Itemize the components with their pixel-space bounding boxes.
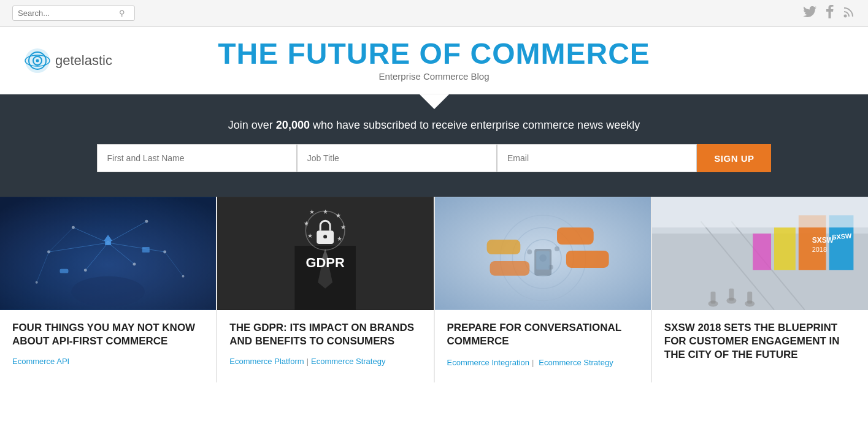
svg-rect-65	[774, 227, 796, 270]
tag-divider-3: |	[532, 358, 534, 367]
svg-rect-28	[142, 247, 150, 252]
site-title: THE FUTURE OF COMMERCE	[218, 39, 650, 69]
title-input[interactable]	[297, 144, 497, 172]
card-body-3: PREPARE FOR CONVERSATIONAL COMMERCE Ecom…	[435, 310, 651, 380]
card-tag-integration[interactable]: Ecommerce Integration	[447, 358, 529, 367]
card-tag-strategy-2[interactable]: Ecommerce Strategy	[311, 357, 385, 366]
logo-text: getelastic	[55, 53, 112, 69]
subscribe-text: Join over 20,000 who have subscribed to …	[25, 119, 843, 132]
svg-point-51	[527, 249, 532, 254]
card-conversational: PREPARE FOR CONVERSATIONAL COMMERCE Ecom…	[435, 197, 651, 382]
card-title-1: FOUR THINGS YOU MAY NOT KNOW ABOUT API-F…	[12, 321, 204, 348]
svg-text:★: ★	[309, 208, 315, 215]
card-body-1: FOUR THINGS YOU MAY NOT KNOW ABOUT API-F…	[0, 310, 216, 378]
card-image-1	[0, 197, 216, 310]
svg-rect-54	[566, 251, 609, 268]
card-gdpr: GDPR ★ ★ ★ ★ ★ ★ ★ THE GDPR: ITS IMPACT …	[217, 197, 433, 382]
svg-text:SXSW: SXSW	[812, 236, 834, 245]
tag-divider-2: |	[307, 357, 309, 366]
card-title-3: PREPARE FOR CONVERSATIONAL COMMERCE	[447, 321, 639, 348]
svg-rect-58	[536, 251, 550, 270]
svg-rect-76	[747, 292, 752, 304]
card-image-4: SXSW 2018 SXSW	[652, 197, 868, 310]
card-tags-2: Ecommerce Platform | Ecommerce Strategy	[229, 357, 421, 366]
social-icons	[803, 5, 856, 21]
svg-rect-66	[753, 233, 771, 270]
svg-point-0	[844, 15, 847, 18]
svg-point-4	[36, 59, 39, 62]
svg-point-36	[323, 235, 327, 238]
svg-rect-75	[729, 289, 734, 301]
card-body-4: SXSW 2018 SETS THE BLUEPRINT FOR CUSTOME…	[652, 310, 868, 382]
svg-rect-74	[710, 292, 715, 304]
card-tag-api[interactable]: Ecommerce API	[12, 357, 69, 366]
facebook-icon[interactable]	[826, 5, 834, 21]
card-tag-platform[interactable]: Ecommerce Platform	[229, 357, 304, 366]
svg-rect-70	[652, 197, 868, 227]
top-bar: ⚲	[0, 0, 868, 27]
svg-text:★: ★	[337, 235, 342, 242]
cards-section: FOUR THINGS YOU MAY NOT KNOW ABOUT API-F…	[0, 197, 868, 382]
rss-icon[interactable]	[843, 6, 856, 21]
card-tags-1: Ecommerce API	[12, 357, 204, 366]
svg-point-9	[145, 220, 148, 223]
svg-point-14	[36, 281, 38, 284]
subscribe-form: SIGN UP	[97, 144, 772, 172]
site-subtitle: Enterprise Commerce Blog	[218, 71, 650, 82]
logo-icon	[25, 48, 50, 74]
card-body-2: THE GDPR: ITS IMPACT ON BRANDS AND BENEF…	[217, 310, 433, 378]
card-tag-strategy-3[interactable]: Ecommerce Strategy	[539, 358, 613, 367]
card-title-2: THE GDPR: ITS IMPACT ON BRANDS AND BENEF…	[229, 321, 421, 348]
logo[interactable]: getelastic	[25, 48, 112, 74]
subscribe-section: Join over 20,000 who have subscribed to …	[0, 94, 868, 197]
svg-rect-55	[486, 240, 520, 254]
site-header: getelastic THE FUTURE OF COMMERCE Enterp…	[0, 27, 868, 94]
svg-rect-26	[105, 241, 111, 245]
search-input[interactable]	[18, 9, 119, 18]
svg-text:GDPR: GDPR	[306, 255, 345, 270]
card-image-3	[435, 197, 651, 310]
svg-point-50	[555, 246, 559, 251]
header-center: THE FUTURE OF COMMERCE Enterprise Commer…	[218, 39, 650, 82]
svg-rect-53	[557, 227, 594, 245]
signup-button[interactable]: SIGN UP	[697, 144, 771, 172]
card-api: FOUR THINGS YOU MAY NOT KNOW ABOUT API-F…	[0, 197, 216, 382]
svg-rect-27	[60, 269, 69, 273]
card-image-2: GDPR ★ ★ ★ ★ ★ ★ ★	[217, 197, 433, 310]
email-input[interactable]	[497, 144, 697, 172]
search-box[interactable]: ⚲	[12, 6, 135, 21]
svg-rect-56	[490, 261, 529, 276]
svg-text:★: ★	[323, 208, 328, 215]
card-title-4: SXSW 2018 SETS THE BLUEPRINT FOR CUSTOME…	[664, 321, 856, 362]
name-input[interactable]	[97, 144, 297, 172]
svg-text:★: ★	[336, 212, 341, 219]
svg-point-29	[71, 276, 144, 307]
svg-text:★: ★	[304, 220, 309, 227]
card-tags-3: Ecommerce Integration | Ecommerce Strate…	[447, 357, 639, 368]
card-sxsw: SXSW 2018 SXSW SXSW 2018 SETS THE BLUEPR…	[652, 197, 868, 382]
twitter-icon[interactable]	[803, 6, 816, 20]
svg-text:★: ★	[341, 224, 347, 230]
svg-text:★: ★	[307, 232, 313, 239]
svg-text:2018: 2018	[812, 246, 826, 253]
search-icon: ⚲	[119, 9, 125, 18]
